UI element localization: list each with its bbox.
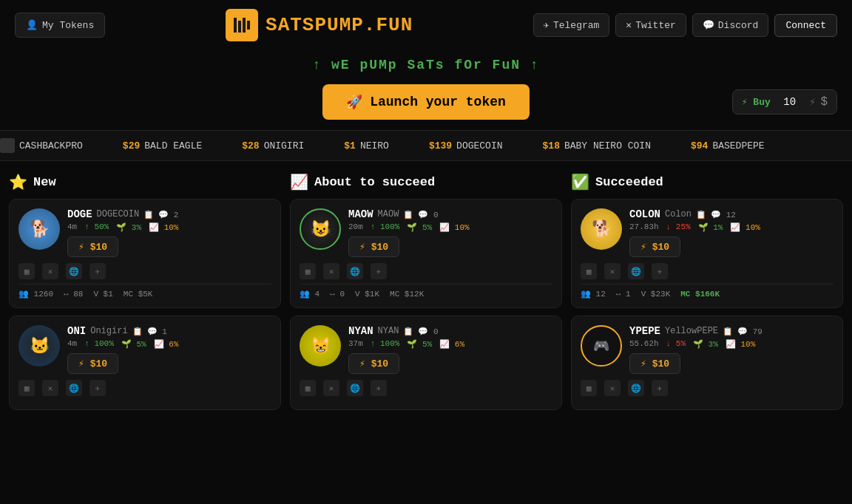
token-ticker: YPEPE [629, 325, 660, 337]
comment-count: 💬 0 [418, 210, 438, 219]
txns-footer: ↔ 0 [330, 289, 345, 299]
x-icon[interactable]: ✕ [604, 263, 621, 279]
vol2-stat: 📈 10% [149, 222, 178, 232]
grid-icon[interactable]: ▦ [300, 263, 316, 279]
discord-button[interactable]: 💬 Discord [692, 13, 769, 37]
connect-button[interactable]: Connect [774, 14, 837, 37]
sections: ⭐ New 🐕 DOGE DOGECOIN 📋 💬 2 4m ↑ 50% [0, 173, 852, 418]
token-fullname: YellowPEPE [665, 326, 718, 336]
token-avatar-ypepe[interactable]: 🎮 [581, 325, 622, 367]
buy-input[interactable] [775, 96, 805, 108]
succeeded-section: ✅ Succeeded 🐕 COLON Colon 📋 💬 12 27.83h … [571, 173, 843, 418]
telegram-icon[interactable]: ✈ [652, 263, 668, 279]
token-card-oni: 🐱 ONI Onigiri 📋 💬 1 4m ↑ 100% 🌱 5% 📈 6% [9, 316, 281, 410]
token-name-row: COLON Colon 📋 💬 12 [629, 208, 834, 220]
buy-button-ypepe[interactable]: ⚡ $10 [629, 353, 680, 374]
grid-icon[interactable]: ▦ [581, 263, 597, 279]
time-stat: 27.83h [629, 222, 659, 232]
x-icon[interactable]: ✕ [323, 380, 339, 396]
launch-label: Launch your token [370, 95, 506, 109]
telegram-icon[interactable]: ✈ [371, 380, 387, 396]
time-stat: 55.62h [629, 339, 659, 349]
rocket-icon: 🚀 [346, 94, 362, 110]
token-stats: 37m ↑ 100% 🌱 5% 📈 6% [348, 339, 552, 349]
token-stats: 4m ↑ 50% 🌱 3% 📈 10% [67, 222, 271, 232]
card-top: 🐱 ONI Onigiri 📋 💬 1 4m ↑ 100% 🌱 5% 📈 6% [18, 325, 271, 374]
vol1-stat: 🌱 3% [116, 222, 141, 232]
svg-rect-2 [243, 18, 246, 33]
globe-icon[interactable]: 🌐 [347, 263, 363, 279]
buy-button-doge[interactable]: ⚡ $10 [67, 236, 118, 257]
token-ticker: DOGE [67, 208, 92, 220]
launch-area: 🚀 Launch your token ⚡ Buy ⚡ $ [0, 84, 852, 120]
buy-button-colon[interactable]: ⚡ $10 [629, 236, 680, 257]
ticker-price: $1 [344, 140, 356, 151]
logo-area: SATSPUMP.FUN [226, 9, 413, 41]
token-avatar-doge[interactable]: 🐕 [18, 208, 60, 250]
ticker-item: $139 DOGECOIN [429, 140, 503, 151]
telegram-icon[interactable]: ✈ [89, 380, 106, 396]
globe-icon[interactable]: 🌐 [66, 380, 82, 396]
discord-icon: 💬 [703, 19, 714, 31]
telegram-icon[interactable]: ✈ [652, 380, 668, 396]
grid-icon[interactable]: ▦ [18, 263, 35, 279]
token-name-row: YPEPE YellowPEPE 📋 💬 79 [629, 325, 834, 337]
x-icon[interactable]: ✕ [323, 263, 339, 279]
token-avatar-nyan[interactable]: 😸 [300, 325, 341, 367]
ticker-item: CASHBACKPRO [0, 138, 83, 153]
social-row: ▦ ✕ 🌐 ✈ [581, 263, 834, 279]
token-avatar-maow[interactable]: 😺 [300, 208, 341, 250]
social-row: ▦ ✕ 🌐 ✈ [18, 380, 271, 396]
x-icon[interactable]: ✕ [604, 380, 621, 396]
twitter-button[interactable]: ✕ Twitter [615, 13, 686, 37]
x-icon[interactable]: ✕ [42, 263, 58, 279]
social-row: ▦ ✕ 🌐 ✈ [300, 380, 552, 396]
my-tokens-button[interactable]: 👤 My Tokens [15, 13, 105, 38]
globe-icon[interactable]: 🌐 [347, 380, 363, 396]
time-stat: 4m [67, 222, 77, 232]
ticker-bar: CASHBACKPRO $29 BALD EAGLE $28 ONIGIRI $… [0, 130, 852, 161]
token-stats: 4m ↑ 100% 🌱 5% 📈 6% [67, 339, 271, 349]
token-avatar-oni[interactable]: 🐱 [18, 325, 60, 367]
grid-icon[interactable]: ▦ [581, 380, 597, 396]
token-fullname: DOGECOIN [97, 209, 140, 219]
vol1-stat: 🌱 3% [693, 339, 718, 349]
ticker-item: $1 NEIRO [344, 140, 389, 151]
about-label: About to succeed [314, 175, 435, 189]
twitter-icon: ✕ [626, 19, 632, 31]
mc-footer: MC $12K [390, 289, 424, 299]
bolt-icon: ⚡ [809, 95, 816, 109]
buy-button-oni[interactable]: ⚡ $10 [67, 353, 118, 374]
buy-button-maow[interactable]: ⚡ $10 [348, 236, 399, 257]
svg-rect-1 [238, 21, 241, 33]
comment-count: 💬 12 [711, 210, 736, 219]
telegram-button[interactable]: ✈ Telegram [533, 13, 609, 37]
holders-stat: ↓ 5% [666, 339, 686, 349]
ticker-name: DOGECOIN [456, 140, 502, 151]
x-icon[interactable]: ✕ [42, 380, 58, 396]
token-info: YPEPE YellowPEPE 📋 💬 79 55.62h ↓ 5% 🌱 3%… [629, 325, 834, 374]
card-top: 🐕 COLON Colon 📋 💬 12 27.83h ↓ 25% 🌱 1% 📈… [581, 208, 834, 257]
about-section: 📈 About to succeed 😺 MAOW MAOW 📋 💬 0 20m… [290, 173, 562, 418]
holders-stat: ↑ 100% [84, 339, 114, 349]
social-row: ▦ ✕ 🌐 ✈ [300, 263, 552, 279]
globe-icon[interactable]: 🌐 [66, 263, 82, 279]
ticker-item: $29 BALD EAGLE [123, 140, 202, 151]
buy-button-nyan[interactable]: ⚡ $10 [348, 353, 399, 374]
ticker-price: $18 [543, 140, 560, 151]
mc-footer: MC $5K [124, 289, 153, 299]
globe-icon[interactable]: 🌐 [628, 263, 644, 279]
token-avatar-colon[interactable]: 🐕 [581, 208, 622, 250]
token-stats: 27.83h ↓ 25% 🌱 1% 📈 10% [629, 222, 834, 232]
txns-footer: ↔ 1 [616, 289, 631, 299]
header: 👤 My Tokens SATSPUMP.FUN ✈ Telegram ✕ Tw… [0, 0, 852, 50]
time-stat: 20m [348, 222, 363, 232]
grid-icon[interactable]: ▦ [18, 380, 35, 396]
ticker-name: ONIGIRI [264, 140, 305, 151]
grid-icon[interactable]: ▦ [300, 380, 316, 396]
telegram-icon[interactable]: ✈ [371, 263, 387, 279]
trending-icon: 📈 [290, 173, 308, 191]
telegram-icon[interactable]: ✈ [89, 263, 106, 279]
globe-icon[interactable]: 🌐 [628, 380, 644, 396]
launch-token-button[interactable]: 🚀 Launch your token [322, 84, 530, 120]
